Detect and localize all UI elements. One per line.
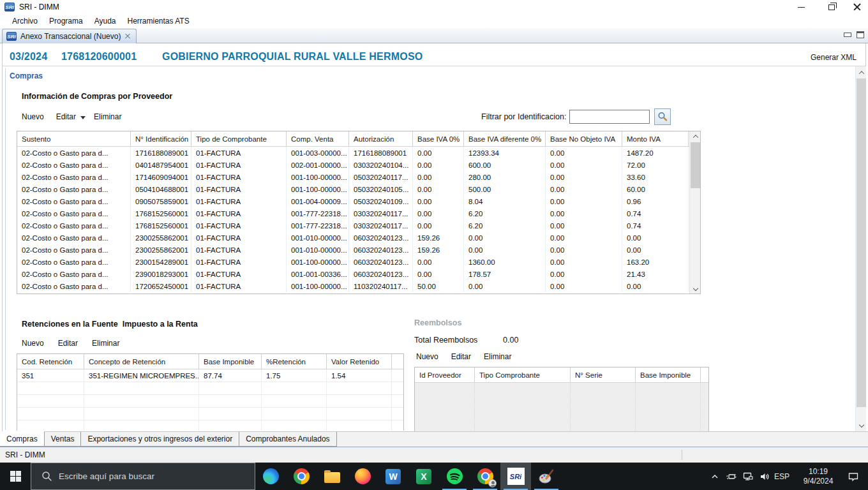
table-row-empty[interactable]: [415, 421, 708, 431]
table-row[interactable]: 02-Costo o Gasto para d...23900182930010…: [17, 268, 700, 280]
column-header[interactable]: Monto IVA: [622, 131, 689, 146]
column-header[interactable]: N° Serie: [571, 368, 636, 382]
reembolsos-eliminar-button[interactable]: Eliminar: [484, 352, 511, 361]
taskbar-edge-icon[interactable]: [255, 463, 286, 490]
table-row[interactable]: 02-Costo o Gasto para d...17206524500010…: [17, 280, 700, 292]
column-header[interactable]: Base Imponible: [636, 368, 701, 382]
column-header[interactable]: Base No Objeto IVA: [546, 131, 622, 146]
scrollbar-thumb[interactable]: [691, 142, 700, 188]
column-header[interactable]: Base Imponible: [199, 354, 262, 369]
column-header[interactable]: %Retención: [262, 354, 327, 369]
taskbar-gimp-icon[interactable]: [531, 463, 562, 490]
scroll-up-icon[interactable]: [690, 131, 701, 142]
table-row-empty[interactable]: [415, 408, 708, 421]
retenciones-eliminar-button[interactable]: Eliminar: [92, 339, 119, 348]
cell: 159.26: [413, 232, 464, 244]
table-row[interactable]: 02-Costo o Gasto para d...09050758590010…: [17, 195, 700, 207]
minimize-button[interactable]: [791, 1, 811, 13]
tab-anexo-transaccional[interactable]: SRi Anexo Transaccional (Nuevo): [2, 29, 137, 43]
taskbar-chrome-icon[interactable]: [286, 463, 317, 490]
reembolsos-editar-button[interactable]: Editar: [451, 352, 471, 361]
tray-network-icon[interactable]: [740, 463, 756, 490]
table-row[interactable]: 02-Costo o Gasto para d...23001542890010…: [17, 256, 700, 268]
menu-item-herramientas-ats[interactable]: Herramientas ATS: [122, 15, 195, 27]
table-row-empty[interactable]: [17, 420, 403, 431]
taskbar-word-icon[interactable]: W: [378, 463, 408, 490]
table-row[interactable]: 02-Costo o Gasto para d...17161880890010…: [17, 147, 700, 159]
restore-button[interactable]: [822, 1, 841, 13]
taskbar-sri-dimm-icon[interactable]: SRi: [500, 463, 531, 490]
start-button[interactable]: [0, 463, 31, 490]
table-row-empty[interactable]: [415, 383, 708, 396]
table-row-empty[interactable]: [17, 395, 403, 408]
tray-notification-icon[interactable]: [844, 463, 863, 490]
column-header[interactable]: Cod. Retención: [17, 354, 84, 369]
compras-editar-button[interactable]: Editar: [56, 112, 76, 121]
taskbar-excel-icon[interactable]: X: [408, 463, 439, 490]
column-header[interactable]: N° Identificación: [131, 131, 191, 146]
page-scroll-down-icon[interactable]: [856, 420, 867, 430]
filter-input[interactable]: [569, 110, 650, 124]
tab-close-icon[interactable]: [124, 33, 131, 40]
filter-search-button[interactable]: [654, 108, 671, 125]
retenciones-nuevo-button[interactable]: Nuevo: [22, 339, 44, 348]
taskbar-chrome-profile-icon[interactable]: [470, 463, 500, 490]
tray-chevron-up-icon[interactable]: [707, 463, 722, 490]
tray-language-indicator[interactable]: ESP: [771, 463, 793, 490]
column-header[interactable]: Base IVA diferente 0%: [464, 131, 546, 146]
page-tab-ventas[interactable]: Ventas: [44, 432, 82, 447]
page-tab-compras[interactable]: Compras: [0, 431, 45, 447]
column-header[interactable]: Tipo de Comprobante: [191, 131, 287, 146]
table-row-empty[interactable]: [415, 396, 708, 408]
taskbar-file-explorer-icon[interactable]: [317, 463, 347, 490]
taskbar-spotify-icon[interactable]: [439, 463, 470, 490]
generar-xml-button[interactable]: Generar XML: [811, 53, 857, 62]
column-header[interactable]: Valor Retenido: [327, 354, 392, 369]
editar-dropdown-icon[interactable]: [80, 116, 86, 119]
compras-nuevo-button[interactable]: Nuevo: [22, 112, 44, 121]
tray-screen-record-icon[interactable]: [724, 463, 739, 490]
column-header[interactable]: Concepto de Retención: [84, 354, 199, 369]
column-header[interactable]: Tipo Comprobante: [475, 368, 571, 382]
menu-item-ayuda[interactable]: Ayuda: [89, 15, 122, 27]
page-scroll-up-icon[interactable]: [856, 68, 867, 78]
page-scrollbar-thumb[interactable]: [857, 78, 866, 407]
table-row-empty[interactable]: [17, 382, 403, 395]
document-header: 03/2024 1768120600001 GOBIERNO PARROQUIA…: [2, 43, 866, 66]
taskbar-search[interactable]: [31, 463, 255, 490]
compras-title: Información de Compras por Proveedor: [22, 92, 172, 101]
table-row[interactable]: 351351-REGIMEN MICROEMPRES...87.741.751.…: [17, 369, 403, 382]
menu-item-programa[interactable]: Programa: [43, 15, 89, 27]
taskbar-search-input[interactable]: [59, 471, 218, 481]
column-header[interactable]: Sustento: [17, 131, 131, 146]
column-header[interactable]: Comp. Venta: [287, 131, 349, 146]
table-row[interactable]: 02-Costo o Gasto para d...17146090940010…: [17, 171, 700, 183]
compras-eliminar-button[interactable]: Eliminar: [94, 112, 121, 121]
page-scrollbar[interactable]: [855, 66, 866, 431]
table-row[interactable]: 02-Costo o Gasto para d...04014879540010…: [17, 159, 700, 171]
table-row[interactable]: 02-Costo o Gasto para d...17681525600010…: [17, 219, 700, 232]
column-header[interactable]: Base IVA 0%: [413, 131, 464, 146]
tray-clock[interactable]: 10:19 9/4/2024: [795, 463, 841, 490]
scroll-down-icon[interactable]: [690, 283, 701, 293]
column-header[interactable]: Id Proveedor: [415, 368, 475, 382]
table-row[interactable]: 02-Costo o Gasto para d...05041046880010…: [17, 183, 700, 195]
table-row-empty[interactable]: [17, 408, 403, 420]
tray-volume-icon[interactable]: [757, 463, 772, 490]
table-row[interactable]: 02-Costo o Gasto para d...23002558620010…: [17, 244, 700, 256]
retenciones-editar-button[interactable]: Editar: [58, 339, 78, 348]
reembolsos-nuevo-button[interactable]: Nuevo: [416, 352, 438, 361]
view-minimize-icon[interactable]: [844, 33, 851, 37]
menu-item-archivo[interactable]: Archivo: [6, 15, 43, 27]
page-tab-comprobantes[interactable]: Comprobantes Anulados: [239, 432, 336, 447]
close-button[interactable]: [848, 1, 867, 13]
taskbar-firefox-icon[interactable]: [347, 463, 378, 490]
view-maximize-icon[interactable]: [857, 31, 864, 38]
table-row[interactable]: 02-Costo o Gasto para d...23002558620010…: [17, 232, 700, 244]
table-row[interactable]: 02-Costo o Gasto para d...17681525600010…: [17, 207, 700, 219]
reembolsos-table: Id ProveedorTipo ComprobanteN° SerieBase…: [414, 367, 709, 431]
page-tab-exportaciones[interactable]: Exportaciones y otros ingresos del exter…: [80, 432, 239, 447]
column-header[interactable]: Autorización: [349, 131, 413, 146]
compras-table-scrollbar[interactable]: [689, 131, 700, 293]
cell: 060320240123...: [349, 268, 413, 280]
